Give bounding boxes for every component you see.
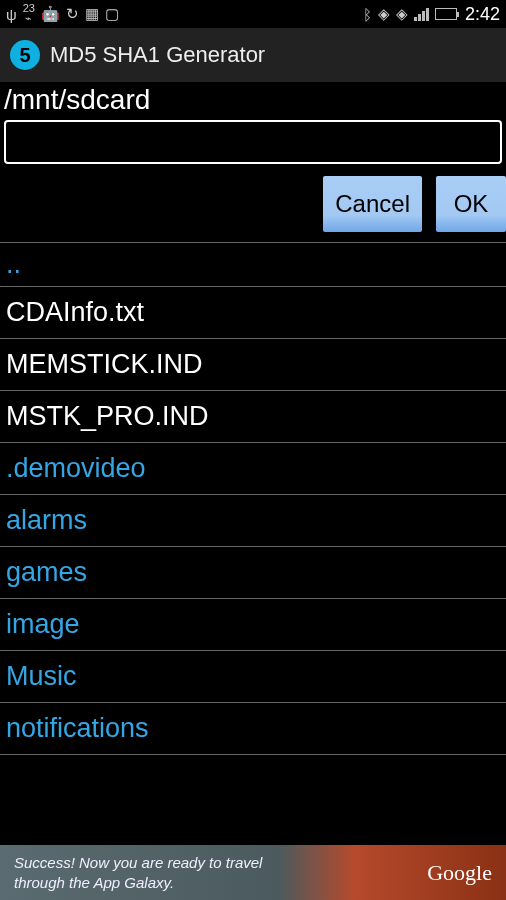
input-row — [0, 118, 506, 166]
battery-icon — [435, 8, 457, 20]
status-right: ᛒ ◈ ◈ 2:42 — [363, 4, 500, 25]
app-icon: 5 — [10, 40, 40, 70]
ad-text: Success! Now you are ready to travel thr… — [14, 853, 314, 892]
app-header: 5 MD5 SHA1 Generator — [0, 28, 506, 82]
battery-percent: 23⌁ — [23, 4, 35, 24]
parent-dir-item[interactable]: .. — [0, 243, 506, 287]
bluetooth-icon: ᛒ — [363, 6, 372, 23]
wifi-icon: ◈ — [396, 5, 408, 23]
dir-item[interactable]: Music — [0, 651, 506, 703]
dir-item[interactable]: alarms — [0, 495, 506, 547]
cancel-button[interactable]: Cancel — [323, 176, 422, 232]
rotate-icon: ◈ — [378, 5, 390, 23]
ad-banner[interactable]: Success! Now you are ready to travel thr… — [0, 845, 506, 900]
dir-item[interactable]: games — [0, 547, 506, 599]
current-path: /mnt/sdcard — [0, 82, 506, 118]
ad-brand: Google — [427, 860, 492, 886]
network-icon: ▦ — [85, 5, 99, 23]
file-list: .. CDAInfo.txt MEMSTICK.IND MSTK_PRO.IND… — [0, 242, 506, 755]
status-bar: ψ 23⌁ 🤖 ↻ ▦ ▢ ᛒ ◈ ◈ 2:42 — [0, 0, 506, 28]
dir-item[interactable]: notifications — [0, 703, 506, 755]
button-row: Cancel OK — [0, 166, 506, 242]
file-item[interactable]: MSTK_PRO.IND — [0, 391, 506, 443]
app-title: MD5 SHA1 Generator — [50, 42, 265, 68]
status-left: ψ 23⌁ 🤖 ↻ ▦ ▢ — [6, 4, 119, 24]
usb-icon: ψ — [6, 6, 17, 23]
file-item[interactable]: CDAInfo.txt — [0, 287, 506, 339]
image-icon: ▢ — [105, 5, 119, 23]
filename-input[interactable] — [4, 120, 502, 164]
dir-item[interactable]: .demovideo — [0, 443, 506, 495]
ok-button[interactable]: OK — [436, 176, 506, 232]
file-item[interactable]: MEMSTICK.IND — [0, 339, 506, 391]
clock: 2:42 — [463, 4, 500, 25]
signal-icon — [414, 8, 429, 21]
sync-icon: ↻ — [66, 5, 79, 23]
dir-item[interactable]: image — [0, 599, 506, 651]
android-icon: 🤖 — [41, 5, 60, 23]
